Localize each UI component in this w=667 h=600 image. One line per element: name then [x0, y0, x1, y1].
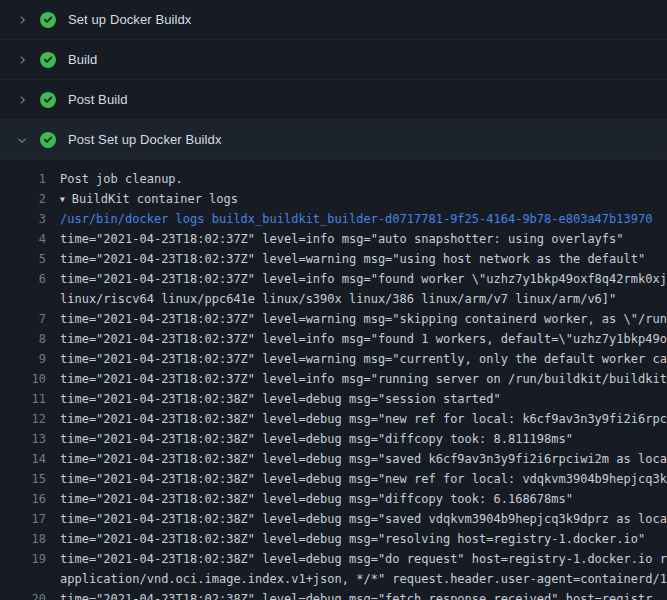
line-number[interactable]: 20: [0, 589, 46, 600]
line-text: time="2021-04-23T18:02:37Z" level=warnin…: [46, 249, 667, 269]
actions-log-viewer: Set up Docker Buildx Build P: [0, 0, 667, 600]
line-text: time="2021-04-23T18:02:37Z" level=info m…: [46, 269, 667, 289]
log-line: 2 ▼BuildKit container logs: [0, 189, 667, 209]
log-line: 5 time="2021-04-23T18:02:37Z" level=warn…: [0, 249, 667, 269]
line-number[interactable]: 6: [0, 269, 46, 289]
log-line-continuation: linux/riscv64 linux/ppc641e linux/s390x …: [0, 289, 667, 309]
line-number[interactable]: 11: [0, 389, 46, 409]
log-line: 3 /usr/bin/docker logs buildx_buildkit_b…: [0, 209, 667, 229]
line-text: time="2021-04-23T18:02:38Z" level=debug …: [46, 529, 667, 549]
log-line: 7 time="2021-04-23T18:02:37Z" level=warn…: [0, 309, 667, 329]
log-line: 12 time="2021-04-23T18:02:38Z" level=deb…: [0, 409, 667, 429]
check-circle-icon: [40, 52, 56, 68]
check-circle-icon: [40, 132, 56, 148]
log-line: 10 time="2021-04-23T18:02:37Z" level=inf…: [0, 369, 667, 389]
line-number[interactable]: 1: [0, 169, 46, 189]
step-section-header[interactable]: Post Build: [0, 80, 667, 120]
line-number[interactable]: 7: [0, 309, 46, 329]
step-name: Set up Docker Buildx: [68, 12, 191, 27]
line-text: time="2021-04-23T18:02:38Z" level=debug …: [46, 409, 667, 429]
line-number[interactable]: 17: [0, 509, 46, 529]
log-line: 17 time="2021-04-23T18:02:38Z" level=deb…: [0, 509, 667, 529]
check-circle-icon: [40, 12, 56, 28]
line-number[interactable]: 4: [0, 229, 46, 249]
line-number[interactable]: 15: [0, 469, 46, 489]
log-line: 19 time="2021-04-23T18:02:38Z" level=deb…: [0, 549, 667, 569]
line-text: time="2021-04-23T18:02:38Z" level=debug …: [46, 389, 667, 409]
log-line: 6 time="2021-04-23T18:02:37Z" level=info…: [0, 269, 667, 289]
line-text: time="2021-04-23T18:02:38Z" level=debug …: [46, 429, 667, 449]
step-name: Post Build: [68, 92, 128, 107]
log-line: 15 time="2021-04-23T18:02:38Z" level=deb…: [0, 469, 667, 489]
step-section-header[interactable]: Post Set up Docker Buildx: [0, 120, 667, 160]
line-number[interactable]: 10: [0, 369, 46, 389]
group-title[interactable]: BuildKit container logs: [72, 192, 238, 206]
chevron-right-icon[interactable]: [14, 52, 30, 68]
group-toggle-icon[interactable]: ▼: [60, 190, 65, 209]
line-number[interactable]: 19: [0, 549, 46, 569]
log-line: 9 time="2021-04-23T18:02:37Z" level=warn…: [0, 349, 667, 369]
check-circle-icon: [40, 92, 56, 108]
step-section-list: Set up Docker Buildx Build P: [0, 0, 667, 160]
line-number[interactable]: 16: [0, 489, 46, 509]
log-line: 20 time="2021-04-23T18:02:38Z" level=deb…: [0, 589, 667, 600]
line-text: time="2021-04-23T18:02:37Z" level=info m…: [46, 369, 667, 389]
line-text: time="2021-04-23T18:02:38Z" level=debug …: [46, 469, 667, 489]
line-number[interactable]: [0, 569, 46, 589]
line-text: time="2021-04-23T18:02:38Z" level=debug …: [46, 509, 667, 529]
line-text: time="2021-04-23T18:02:38Z" level=debug …: [46, 589, 667, 600]
line-text: time="2021-04-23T18:02:38Z" level=debug …: [46, 449, 667, 469]
log-line: 13 time="2021-04-23T18:02:38Z" level=deb…: [0, 429, 667, 449]
line-text: time="2021-04-23T18:02:37Z" level=info m…: [46, 229, 667, 249]
log-area: 1 Post job cleanup. 2 ▼BuildKit containe…: [0, 160, 667, 600]
line-number[interactable]: 2: [0, 189, 46, 209]
line-number[interactable]: 13: [0, 429, 46, 449]
line-number[interactable]: [0, 289, 46, 309]
line-number[interactable]: 9: [0, 349, 46, 369]
log-line: 16 time="2021-04-23T18:02:38Z" level=deb…: [0, 489, 667, 509]
line-text: time="2021-04-23T18:02:38Z" level=debug …: [46, 549, 667, 569]
chevron-down-icon[interactable]: [14, 132, 30, 148]
log-line-continuation: application/vnd.oci.image.index.v1+json,…: [0, 569, 667, 589]
line-number[interactable]: 18: [0, 529, 46, 549]
step-section-header[interactable]: Build: [0, 40, 667, 80]
log-line: 18 time="2021-04-23T18:02:38Z" level=deb…: [0, 529, 667, 549]
log-line: 4 time="2021-04-23T18:02:37Z" level=info…: [0, 229, 667, 249]
line-text: time="2021-04-23T18:02:37Z" level=warnin…: [46, 349, 667, 369]
line-number[interactable]: 12: [0, 409, 46, 429]
chevron-right-icon[interactable]: [14, 12, 30, 28]
line-text: application/vnd.oci.image.index.v1+json,…: [46, 569, 667, 589]
log-line: 14 time="2021-04-23T18:02:38Z" level=deb…: [0, 449, 667, 469]
line-number[interactable]: 5: [0, 249, 46, 269]
log-line: 11 time="2021-04-23T18:02:38Z" level=deb…: [0, 389, 667, 409]
line-text: time="2021-04-23T18:02:37Z" level=info m…: [46, 329, 667, 349]
chevron-right-icon[interactable]: [14, 92, 30, 108]
line-text: /usr/bin/docker logs buildx_buildkit_bui…: [46, 209, 667, 229]
step-section-header[interactable]: Set up Docker Buildx: [0, 0, 667, 40]
step-name: Post Set up Docker Buildx: [68, 132, 222, 147]
line-text: Post job cleanup.: [46, 169, 667, 189]
line-number[interactable]: 8: [0, 329, 46, 349]
step-name: Build: [68, 52, 97, 67]
log-line: 8 time="2021-04-23T18:02:37Z" level=info…: [0, 329, 667, 349]
line-number[interactable]: 3: [0, 209, 46, 229]
log-line: 1 Post job cleanup.: [0, 169, 667, 189]
line-text: time="2021-04-23T18:02:37Z" level=warnin…: [46, 309, 667, 329]
line-text: ▼BuildKit container logs: [46, 189, 667, 209]
line-number[interactable]: 14: [0, 449, 46, 469]
line-text: time="2021-04-23T18:02:38Z" level=debug …: [46, 489, 667, 509]
line-text: linux/riscv64 linux/ppc641e linux/s390x …: [46, 289, 667, 309]
